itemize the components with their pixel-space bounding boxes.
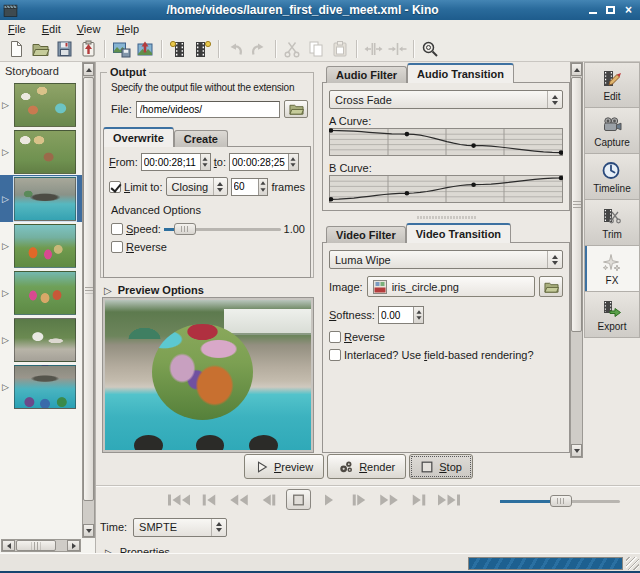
limit-frames-input[interactable] xyxy=(232,179,259,195)
paste-button[interactable] xyxy=(328,38,352,60)
scroll-right-button[interactable] xyxy=(67,540,80,551)
undo-button[interactable] xyxy=(223,38,247,60)
reverse-checkbox[interactable] xyxy=(111,241,123,253)
clip-expander-icon[interactable]: ▷ xyxy=(2,241,14,251)
spinner-arrows[interactable] xyxy=(288,154,298,170)
tab-create[interactable]: Create xyxy=(174,130,228,147)
preview-options-expander[interactable]: ▷ Preview Options xyxy=(104,284,204,296)
limit-to-checkbox[interactable] xyxy=(109,181,121,193)
a-curve-graph[interactable] xyxy=(329,128,563,156)
previous-scene-button[interactable] xyxy=(196,489,221,510)
scroll-up-button[interactable] xyxy=(571,63,582,76)
menu-file[interactable]: File xyxy=(0,22,34,36)
split-clip-button[interactable] xyxy=(361,38,385,60)
video-transition-combo[interactable]: Luma Wipe xyxy=(329,250,563,269)
output-file-input[interactable] xyxy=(136,101,280,118)
mode-fx-button[interactable]: FX xyxy=(584,246,640,292)
storyboard-clip-1[interactable]: ▷ xyxy=(0,81,82,128)
clip-thumbnail[interactable] xyxy=(14,318,76,362)
clip-thumbnail[interactable] xyxy=(14,224,76,268)
tab-audio-filter[interactable]: Audio Filter xyxy=(326,66,407,83)
menu-edit[interactable]: Edit xyxy=(34,22,69,36)
clip-thumbnail[interactable] xyxy=(14,271,76,315)
storyboard-clip-4[interactable]: ▷ xyxy=(0,222,82,269)
mode-timeline-button[interactable]: Timeline xyxy=(584,154,640,200)
spinner-arrows[interactable] xyxy=(413,307,422,323)
clip-expander-icon[interactable]: ▷ xyxy=(2,288,14,298)
fast-forward-button[interactable] xyxy=(376,489,401,510)
clip-expander-icon[interactable]: ▷ xyxy=(2,382,14,392)
frame-back-button[interactable] xyxy=(256,489,281,510)
next-scene-button[interactable] xyxy=(406,489,431,510)
speed-slider[interactable] xyxy=(164,223,281,235)
redo-button[interactable] xyxy=(247,38,271,60)
tab-audio-transition[interactable]: Audio Transition xyxy=(407,63,514,83)
slider-handle[interactable] xyxy=(174,223,196,235)
storyboard-clip-2[interactable]: ▷ xyxy=(0,128,82,175)
open-file-button[interactable] xyxy=(28,38,52,60)
minimize-button[interactable] xyxy=(584,3,601,18)
maximize-button[interactable] xyxy=(602,3,619,18)
browse-image-button[interactable] xyxy=(539,276,563,297)
clip-expander-icon[interactable]: ▷ xyxy=(2,194,14,204)
storyboard-hscrollbar[interactable] xyxy=(1,539,81,552)
luma-image-button[interactable]: iris_circle.png xyxy=(367,276,535,297)
softness-input[interactable] xyxy=(379,307,414,323)
publish-still-frame-button[interactable] xyxy=(133,38,157,60)
titlebar[interactable]: /home/videos/lauren_first_dive_meet.xml … xyxy=(0,0,640,20)
video-reverse-checkbox[interactable] xyxy=(329,331,341,343)
insert-before-button[interactable] xyxy=(166,38,190,60)
limit-mode-combo[interactable]: Closing xyxy=(166,177,228,196)
slider-handle[interactable] xyxy=(550,495,572,507)
seek-start-button[interactable] xyxy=(166,489,191,510)
clip-thumbnail[interactable] xyxy=(14,130,76,174)
mode-edit-button[interactable]: Edit xyxy=(584,62,640,108)
tab-overwrite[interactable]: Overwrite xyxy=(103,127,174,147)
tab-video-filter[interactable]: Video Filter xyxy=(326,226,406,243)
speed-checkbox[interactable] xyxy=(111,223,123,235)
scroll-down-button[interactable] xyxy=(571,444,582,457)
limit-frames-spinner[interactable] xyxy=(231,178,269,196)
save-still-frame-button[interactable] xyxy=(109,38,133,60)
storyboard-vscrollbar[interactable] xyxy=(82,62,95,538)
shuttle-slider[interactable] xyxy=(500,495,620,507)
clip-thumbnail[interactable] xyxy=(14,365,76,409)
stop-playback-button[interactable] xyxy=(286,489,311,510)
clip-expander-icon[interactable]: ▷ xyxy=(2,100,14,110)
from-time-input[interactable] xyxy=(142,154,200,170)
clip-thumbnail[interactable] xyxy=(14,177,76,221)
resize-grip-icon[interactable] xyxy=(626,557,639,570)
stop-button[interactable]: Stop xyxy=(409,454,473,479)
clip-expander-icon[interactable]: ▷ xyxy=(2,147,14,157)
scroll-up-button[interactable] xyxy=(83,63,94,76)
storyboard-clip-5[interactable]: ▷ xyxy=(0,269,82,316)
time-format-combo[interactable]: SMPTE xyxy=(133,518,227,537)
insert-after-button[interactable] xyxy=(190,38,214,60)
to-time-spinner[interactable] xyxy=(229,153,299,171)
seek-end-button[interactable] xyxy=(436,489,461,510)
import-file-button[interactable] xyxy=(76,38,100,60)
copy-button[interactable] xyxy=(304,38,328,60)
storyboard-clip-6[interactable]: ▷ xyxy=(0,316,82,363)
from-time-spinner[interactable] xyxy=(141,153,211,171)
scroll-down-button[interactable] xyxy=(83,524,94,537)
cut-button[interactable] xyxy=(280,38,304,60)
b-curve-graph[interactable] xyxy=(329,175,563,203)
frame-forward-button[interactable] xyxy=(346,489,371,510)
panel-vscrollbar[interactable] xyxy=(570,62,583,458)
mode-trim-button[interactable]: Trim xyxy=(584,200,640,246)
scroll-left-button[interactable] xyxy=(2,540,15,551)
tab-video-transition[interactable]: Video Transition xyxy=(406,223,511,243)
spinner-arrows[interactable] xyxy=(200,154,210,170)
spinner-arrows[interactable] xyxy=(258,179,267,195)
to-time-input[interactable] xyxy=(230,154,288,170)
browse-file-button[interactable] xyxy=(284,100,308,118)
scrollbar-thumb[interactable] xyxy=(83,77,94,501)
render-button[interactable]: Render xyxy=(327,454,406,479)
scrollbar-thumb[interactable] xyxy=(16,540,56,551)
join-clip-button[interactable] xyxy=(385,38,409,60)
save-file-button[interactable] xyxy=(52,38,76,60)
interlaced-checkbox[interactable] xyxy=(329,349,341,361)
scrollbar-thumb[interactable] xyxy=(571,77,582,332)
clip-expander-icon[interactable]: ▷ xyxy=(2,335,14,345)
